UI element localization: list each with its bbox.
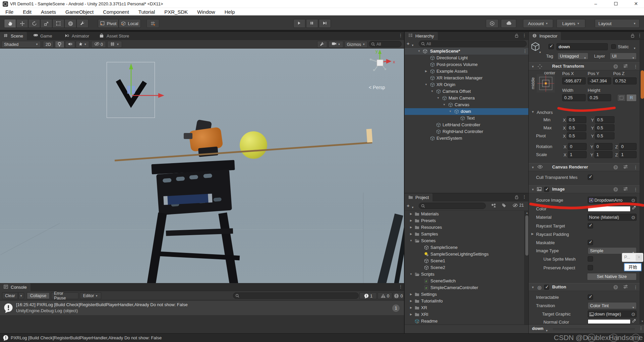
object-picker-icon[interactable]: ⊙: [631, 312, 635, 317]
console-search-input[interactable]: [241, 293, 356, 298]
maskable-checkbox[interactable]: [588, 240, 593, 245]
preview-bar[interactable]: down ▼ ⋮: [529, 324, 644, 333]
audio-toggle-button[interactable]: [65, 41, 75, 48]
transition-dropdown[interactable]: Color Tint▼: [588, 302, 637, 309]
component-menu-icon[interactable]: ⋮: [633, 64, 638, 69]
status-bar[interactable]: PXRLog [Build Check]RegisterBuildPlayerH…: [0, 333, 644, 342]
project-row-sceneswitch[interactable]: #SceneSwitch: [405, 278, 520, 284]
menu-file[interactable]: File: [1, 9, 18, 15]
persp-label[interactable]: < Persp: [369, 85, 399, 90]
rect-tool-button[interactable]: [52, 19, 64, 28]
inspector-menu-icon[interactable]: ⋮: [637, 33, 642, 38]
minimize-button[interactable]: –: [588, 0, 603, 8]
inspector-scroll-thumb[interactable]: [641, 70, 644, 99]
expand-arrow-icon[interactable]: ▶: [409, 231, 413, 237]
hierarchy-row-eventsystem[interactable]: EventSystem: [405, 135, 524, 142]
expand-arrow-icon[interactable]: ▶: [409, 211, 413, 217]
pos-y-field[interactable]: -347.394: [588, 77, 611, 84]
foldout-arrow-icon[interactable]: ▶: [531, 232, 534, 235]
preset-icon[interactable]: [623, 165, 629, 170]
blueprint-mode-button[interactable]: [617, 94, 626, 101]
menu-gameobject[interactable]: GameObject: [61, 9, 98, 15]
account-dropdown[interactable]: Account▼: [523, 19, 553, 28]
rotation-x-field[interactable]: 0: [568, 143, 587, 150]
ime-commit-box[interactable]: 开始: [624, 263, 642, 271]
pos-x-field[interactable]: -595.877: [562, 77, 586, 84]
error-count-badge[interactable]: 0: [393, 292, 404, 299]
expand-arrow-icon[interactable]: ▼: [442, 101, 447, 108]
cull-transparent-mesh-checkbox[interactable]: [588, 175, 593, 180]
object-picker-icon[interactable]: ⊙: [631, 198, 635, 203]
step-button[interactable]: [319, 19, 331, 28]
lock-icon[interactable]: [631, 33, 635, 38]
hierarchy-row-down[interactable]: ▼down: [405, 108, 529, 115]
help-icon[interactable]: ?: [613, 64, 619, 69]
expand-arrow-icon[interactable]: ▶: [409, 217, 413, 224]
gameobject-icon-dropdown[interactable]: ▼: [539, 49, 541, 54]
eyedropper-icon[interactable]: [632, 319, 636, 323]
rect-transform-header[interactable]: ▼ Rect Transform ? ⋮: [529, 62, 640, 70]
hierarchy-row-canvas[interactable]: ▼Canvas: [405, 101, 524, 108]
preset-icon[interactable]: [623, 285, 629, 290]
image-enabled-checkbox[interactable]: [544, 187, 549, 192]
static-dropdown-icon[interactable]: ▼: [633, 45, 636, 50]
component-menu-icon[interactable]: ⋮: [633, 285, 638, 290]
menu-window[interactable]: Window: [192, 9, 220, 15]
grid-visibility-button[interactable]: ▼: [107, 41, 122, 48]
scene-viewport[interactable]: y x < Persp: [0, 49, 404, 283]
height-field[interactable]: 0.25: [588, 94, 611, 101]
hand-tool-button[interactable]: [4, 19, 16, 28]
color-swatch[interactable]: [588, 206, 631, 212]
layout-dropdown[interactable]: Layout▼: [595, 19, 640, 28]
project-search-input[interactable]: [426, 204, 483, 208]
search-by-type-icon[interactable]: [491, 203, 496, 208]
grid-snap-button[interactable]: [147, 19, 159, 28]
tab-console[interactable]: Console: [0, 283, 31, 291]
set-native-size-button[interactable]: Set Native Size: [587, 273, 637, 280]
project-row-scripts[interactable]: ▼Scripts: [405, 271, 520, 278]
hidden-objects-button[interactable]: 0: [91, 41, 106, 48]
foldout-arrow-icon[interactable]: ▼: [531, 286, 534, 289]
2d-toggle-button[interactable]: 2D: [43, 41, 54, 48]
expand-arrow-icon[interactable]: ▶: [409, 304, 413, 311]
project-scroll-thumb[interactable]: [525, 215, 528, 256]
hierarchy-row-xr-origin[interactable]: ▼XR Origin: [405, 81, 524, 88]
target-graphic-field[interactable]: down (Image) ⊙: [588, 311, 637, 318]
project-menu-icon[interactable]: ⋮: [522, 194, 527, 199]
scene-search[interactable]: [369, 41, 402, 47]
expand-arrow-icon[interactable]: ▼: [409, 237, 413, 244]
project-row-xr[interactable]: ▶XR: [405, 304, 520, 311]
project-row-scene1[interactable]: Scene1: [405, 258, 520, 264]
scale-x-field[interactable]: 1: [568, 151, 587, 158]
lighting-toggle-button[interactable]: [55, 41, 64, 48]
project-row-scenes[interactable]: ▼Scenes: [405, 237, 520, 244]
project-search[interactable]: [419, 203, 486, 209]
editor-dropdown[interactable]: Editor▼: [80, 292, 101, 299]
anchors-min-y-field[interactable]: 0.5: [595, 116, 614, 123]
button-component-header[interactable]: ▼ ◎ Button ? ⋮: [529, 283, 640, 291]
project-row-settings[interactable]: ▶Settings: [405, 291, 520, 298]
project-row-xri[interactable]: ▶XRI: [405, 311, 520, 318]
create-asset-button[interactable]: +: [407, 203, 410, 208]
menu-tutorial[interactable]: Tutorial: [134, 9, 160, 15]
tab-game[interactable]: Game: [30, 32, 56, 40]
console-menu-icon[interactable]: ⋮: [398, 284, 403, 289]
menu-edit[interactable]: Edit: [18, 9, 36, 15]
error-pause-toggle[interactable]: Error Pause: [51, 292, 78, 299]
pause-button[interactable]: [306, 19, 318, 28]
gameobject-name-field[interactable]: [557, 43, 608, 50]
help-icon[interactable]: ?: [613, 165, 619, 170]
static-checkbox[interactable]: [611, 44, 616, 49]
expand-arrow-icon[interactable]: ▼: [409, 271, 413, 278]
button-enabled-checkbox[interactable]: [544, 285, 549, 290]
expand-arrow-icon[interactable]: ▶: [409, 224, 413, 231]
layers-dropdown[interactable]: Layers▼: [557, 19, 585, 28]
drag-handle[interactable]: [553, 328, 635, 329]
scale-z-field[interactable]: 1: [619, 151, 637, 158]
expand-arrow-icon[interactable]: ▶: [409, 311, 413, 318]
rotation-z-field[interactable]: 0: [619, 143, 637, 150]
layer-dropdown[interactable]: UI▼: [610, 53, 637, 60]
hidden-packages-icon[interactable]: [513, 203, 519, 208]
project-row-presets[interactable]: ▶Presets: [405, 217, 520, 224]
hierarchy-row-text[interactable]: Text: [405, 115, 524, 122]
